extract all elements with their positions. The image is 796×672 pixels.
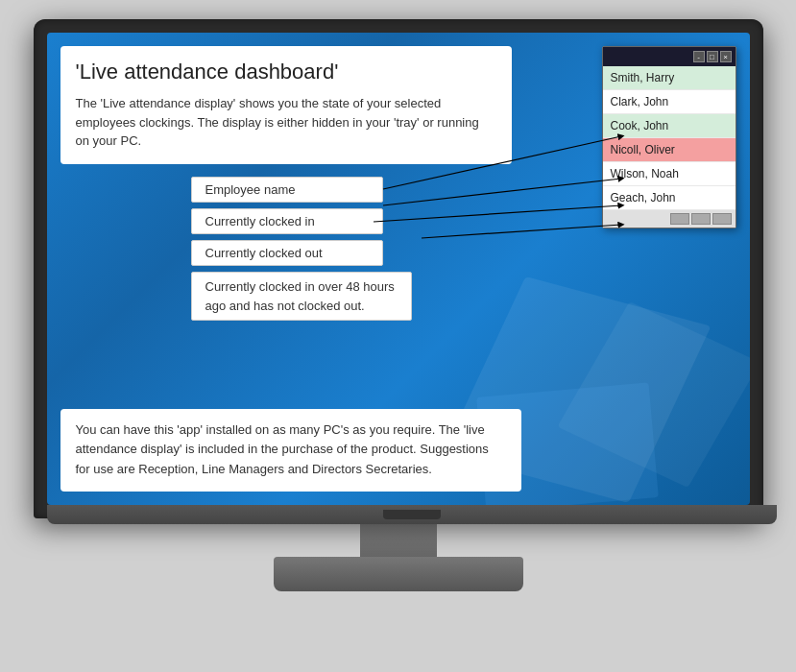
legend-clocked-in: Currently clocked in xyxy=(191,208,383,234)
description-bottom: You can have this 'app' installed on as … xyxy=(76,420,506,480)
list-item: Wilson, Noah xyxy=(603,162,736,186)
monitor-stand-base xyxy=(274,557,523,591)
list-item: Geach, John xyxy=(603,186,736,210)
screen: 'Live attendance dashboard' The 'Live at… xyxy=(47,33,750,505)
list-item: Cook, John xyxy=(603,114,736,138)
minimize-button[interactable]: - xyxy=(693,51,705,62)
employee-list: Smith, Harry Clark, John Cook, John Nico… xyxy=(603,66,736,210)
dashboard-window: - □ × Smith, Harry Clark, John Cook, Joh… xyxy=(602,46,736,228)
page-title: 'Live attendance dashboard' xyxy=(76,60,496,84)
dashboard-footer xyxy=(603,210,736,228)
footer-btn-1[interactable] xyxy=(670,213,689,225)
monitor-stand-neck xyxy=(360,518,437,557)
list-item: Nicoll, Oliver xyxy=(603,138,736,162)
svg-line-1 xyxy=(383,179,621,205)
close-button[interactable]: × xyxy=(720,51,732,62)
description-top: The 'Live attendance display' shows you … xyxy=(76,94,496,151)
monitor: 'Live attendance dashboard' The 'Live at… xyxy=(24,19,773,653)
maximize-button[interactable]: □ xyxy=(707,51,718,62)
footer-btn-3[interactable] xyxy=(712,213,732,225)
svg-line-3 xyxy=(422,225,621,238)
footer-btn-2[interactable] xyxy=(691,213,711,225)
monitor-bottom-bar xyxy=(47,505,777,524)
legend-employee-name: Employee name xyxy=(191,177,383,203)
list-item: Smith, Harry xyxy=(603,66,736,90)
legend-overdue: Currently clocked in over 48 hours ago a… xyxy=(191,272,412,321)
legend-area: Employee name Currently clocked in Curre… xyxy=(191,177,412,321)
bottom-info-box: You can have this 'app' installed on as … xyxy=(60,409,521,492)
list-item: Clark, John xyxy=(603,90,736,114)
main-info-box: 'Live attendance dashboard' The 'Live at… xyxy=(60,46,512,164)
legend-clocked-out: Currently clocked out xyxy=(191,240,383,266)
monitor-notch xyxy=(383,510,441,519)
dashboard-titlebar: - □ × xyxy=(603,47,736,66)
monitor-bezel: 'Live attendance dashboard' The 'Live at… xyxy=(34,19,763,518)
